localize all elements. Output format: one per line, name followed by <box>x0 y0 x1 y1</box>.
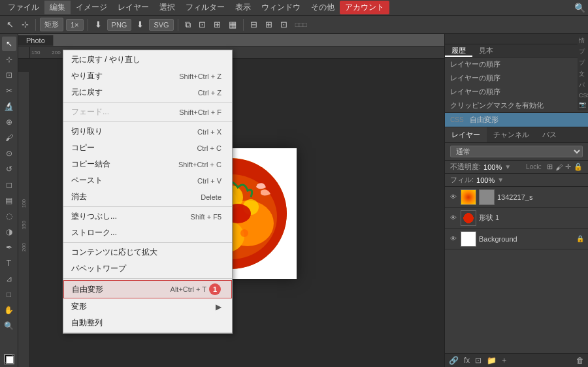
history-item-4[interactable]: クリッピングマスクを有効化 <box>445 99 588 112</box>
transform-icon[interactable]: ⊹ <box>19 18 31 31</box>
svg-button[interactable]: SVG <box>149 19 173 31</box>
info-icon[interactable]: 情 <box>579 37 587 45</box>
menu-fill[interactable]: 塗りつぶし... Shift + F5 <box>63 208 232 225</box>
menu-transform[interactable]: 変形 ▶ <box>63 298 232 315</box>
new-layer-icon[interactable]: + <box>502 356 506 365</box>
menu-stroke[interactable]: ストローク... <box>63 225 232 241</box>
menu-fade[interactable]: フェード... Shift+Ctrl + F <box>63 104 232 120</box>
tool-select[interactable]: ↖ <box>2 37 16 51</box>
grid-icon[interactable]: ⊞ <box>211 18 223 31</box>
tool-pen[interactable]: ✒ <box>2 240 16 255</box>
menu-free-transform[interactable]: 自由変形 Alt+Ctrl + T 1 <box>63 280 232 298</box>
history-item-2[interactable]: レイヤーの順序 <box>445 71 588 85</box>
tool-blur[interactable]: ◌ <box>2 209 16 223</box>
tab-paths[interactable]: パス <box>536 127 563 142</box>
menu-layer[interactable]: レイヤー <box>112 1 154 14</box>
add-style-icon[interactable]: fx <box>464 356 470 365</box>
tab-channels[interactable]: チャンネル <box>487 127 536 142</box>
prop-icon[interactable]: プ <box>579 48 587 56</box>
tool-shape[interactable]: □ <box>2 287 16 302</box>
prop2-icon[interactable]: プ <box>579 59 587 67</box>
tab-history[interactable]: 履歴 <box>445 44 472 57</box>
menu-delete[interactable]: 消去 Delete <box>63 189 232 205</box>
tab-layers[interactable]: レイヤー <box>445 127 487 142</box>
menu-content-scale[interactable]: コンテンツに応じて拡大 <box>63 244 232 261</box>
menu-window[interactable]: ウィンドウ <box>256 1 306 14</box>
layer-row-image[interactable]: 👁 1342217_s <box>445 187 588 208</box>
lock-checkered-icon[interactable]: ⊞ <box>547 163 553 171</box>
delete-layer-icon[interactable]: 🗑 <box>576 356 584 365</box>
layer-row-shape[interactable]: 👁 形状 1 <box>445 208 588 229</box>
menu-select[interactable]: 選択 <box>154 1 180 14</box>
tool-select2[interactable]: ⊹ <box>2 52 16 67</box>
tool-text[interactable]: T <box>2 256 16 270</box>
text-icon[interactable]: 文 <box>579 70 587 78</box>
menu-auto-align[interactable]: 自動整列 <box>63 315 232 331</box>
layout-icon[interactable]: ▦ <box>226 18 239 31</box>
create-group-icon[interactable]: 📁 <box>487 356 497 365</box>
menu-redo[interactable]: やり直す Shift+Ctrl + Z <box>63 68 232 84</box>
toolbar-separator-3 <box>178 19 178 31</box>
layer-visibility-toggle-1[interactable]: 👁 <box>449 193 458 202</box>
tool-zoom[interactable]: 🔍 <box>2 319 16 333</box>
tool-hand[interactable]: ✋ <box>2 303 16 317</box>
canvas-tab[interactable]: Photo <box>18 35 54 46</box>
tool-dodge[interactable]: ◑ <box>2 225 16 239</box>
menu-image[interactable]: イメージ <box>71 1 112 14</box>
tab-preview[interactable]: 見本 <box>472 44 500 57</box>
lock-all-icon[interactable]: 🔒 <box>574 163 583 171</box>
fill-dropdown-icon[interactable]: ▼ <box>497 176 504 184</box>
layer-name-3: Background <box>479 235 574 243</box>
menu-account[interactable]: アカウント <box>340 1 389 14</box>
menu-file[interactable]: ファイル <box>3 1 44 14</box>
tool-gradient[interactable]: ▤ <box>2 193 16 208</box>
blend-mode-select[interactable]: 通常 <box>450 146 583 157</box>
layer-row-background[interactable]: 👁 Background 🔒 <box>445 229 588 249</box>
scale-button[interactable]: 1× <box>66 19 84 31</box>
link-layers-icon[interactable]: 🔗 <box>449 356 459 365</box>
menu-copy-merged[interactable]: コピー結合 Shift+Ctrl + C <box>63 156 232 172</box>
menu-view[interactable]: 表示 <box>230 1 256 14</box>
menu-other[interactable]: その他 <box>306 1 340 14</box>
img-icon[interactable]: 📷 <box>579 101 587 108</box>
menu-copy[interactable]: コピー Ctrl + C <box>63 140 232 156</box>
menu-edit[interactable]: 編集 <box>44 1 71 14</box>
mode-button[interactable]: 矩形 <box>40 18 63 31</box>
tool-heal[interactable]: ⊕ <box>2 115 16 129</box>
menu-filter[interactable]: フィルター <box>180 1 230 14</box>
search-icon[interactable]: 🔍 <box>574 3 585 13</box>
tool-history[interactable]: ↺ <box>2 162 16 176</box>
tool-eyedropper[interactable]: 🔬 <box>2 99 16 114</box>
tool-eraser[interactable]: ◻ <box>2 178 16 192</box>
tool-path[interactable]: ⊿ <box>2 272 16 286</box>
css-icon[interactable]: CSS <box>579 92 587 99</box>
menu-cut[interactable]: 切り取り Ctrl + X <box>63 123 232 140</box>
tool-brush[interactable]: 🖌 <box>2 131 16 145</box>
layer-visibility-toggle-2[interactable]: 👁 <box>449 214 458 223</box>
panels2-icon[interactable]: ⊞ <box>263 18 275 31</box>
history-item-3[interactable]: レイヤーの順序 <box>445 85 588 99</box>
download-icon[interactable]: ⬇ <box>92 18 105 31</box>
add-mask-icon[interactable]: ⊡ <box>475 356 482 365</box>
tool-stamp[interactable]: ⊙ <box>2 146 16 161</box>
panels3-icon[interactable]: ⊡ <box>278 18 290 31</box>
lock-move-icon[interactable]: ✛ <box>565 163 571 171</box>
fit-icon[interactable]: ⊡ <box>196 18 208 31</box>
download2-icon[interactable]: ⬇ <box>134 18 146 31</box>
menu-undo[interactable]: 元に戻す Ctrl + Z <box>63 84 232 101</box>
layer-visibility-toggle-3[interactable]: 👁 <box>449 234 458 244</box>
panels-icon[interactable]: ⊟ <box>248 18 260 31</box>
tool-crop[interactable]: ⊡ <box>2 68 16 82</box>
copy-icon[interactable]: ⧉ <box>182 18 193 31</box>
move-icon[interactable]: ↖ <box>4 18 16 31</box>
menu-undo-redo[interactable]: 元に戻す / やり直し <box>63 52 232 68</box>
menu-paste[interactable]: ペースト Ctrl + V <box>63 172 232 189</box>
history-item-1[interactable]: レイヤーの順序 <box>445 57 588 71</box>
lock-brush-icon[interactable]: 🖌 <box>555 163 563 171</box>
png-button[interactable]: PNG <box>107 19 132 31</box>
tool-slice[interactable]: ✂ <box>2 84 16 98</box>
opacity-dropdown-icon[interactable]: ▼ <box>504 163 511 170</box>
para-icon[interactable]: パ <box>579 81 587 89</box>
fg-color[interactable] <box>4 354 14 364</box>
menu-puppet-warp[interactable]: パペットワープ <box>63 261 232 277</box>
